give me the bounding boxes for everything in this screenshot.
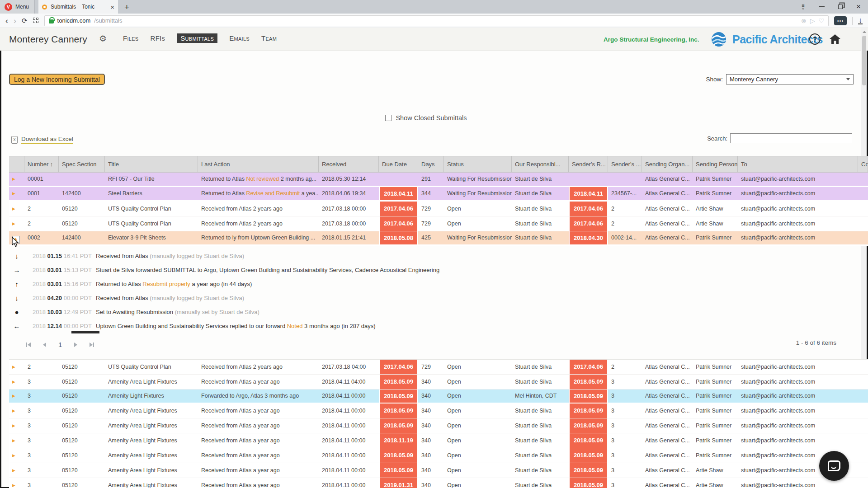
expand-icon[interactable]: ▶ xyxy=(12,187,15,200)
expand-icon[interactable]: ▶ xyxy=(12,478,15,488)
expand-cell[interactable]: ▶ xyxy=(9,375,24,389)
column-header-received[interactable]: Received xyxy=(319,156,379,172)
expand-cell[interactable]: ▶ xyxy=(9,433,24,448)
expand-icon[interactable]: ▶ xyxy=(12,463,15,478)
expand-cell[interactable]: ▶ xyxy=(9,216,24,231)
current-page[interactable]: 1 xyxy=(58,341,62,348)
tab-team[interactable]: Team xyxy=(261,34,277,43)
minimize-button[interactable] xyxy=(819,6,825,7)
close-window-button[interactable]: × xyxy=(856,2,861,11)
column-header-sender-s-r[interactable]: Sender's R... xyxy=(569,156,608,172)
first-page-button[interactable] xyxy=(26,343,31,347)
chevron-down-icon xyxy=(846,78,850,80)
tab-menu-icon[interactable]: ≡⌄ xyxy=(801,5,805,9)
extension-badge[interactable]: ••• xyxy=(834,16,847,25)
expand-cell[interactable]: ▶ xyxy=(9,404,24,418)
column-header-title[interactable]: Title xyxy=(105,156,198,172)
column-header-expand[interactable] xyxy=(9,156,24,172)
column-header-number[interactable]: Number ↑ xyxy=(24,156,59,172)
column-header-sending-person[interactable]: Sending Person xyxy=(693,156,738,172)
last-page-button[interactable] xyxy=(90,343,94,347)
table-row[interactable]: ▶0001142400Steel BarriersReturned to Atl… xyxy=(9,187,868,202)
expand-icon[interactable]: ▶ xyxy=(12,433,15,448)
reload-button[interactable]: ⟳ xyxy=(22,17,28,25)
tab-submittals[interactable]: Submittals – Tonic × xyxy=(38,0,118,14)
table-row[interactable]: ▶00001RFI 057 - Our TitleReturned to Atl… xyxy=(9,173,868,187)
shield-dismiss-icon[interactable]: ⊗ xyxy=(801,18,807,24)
table-row[interactable]: ▶305120Amenity Area Light FixturesReceiv… xyxy=(9,448,868,463)
expand-cell[interactable]: ▶ xyxy=(9,360,24,374)
column-header-status[interactable]: Status xyxy=(444,156,512,172)
table-row[interactable]: ▶305120Amenity Area Light FixturesReceiv… xyxy=(9,404,868,418)
chat-widget-button[interactable] xyxy=(819,451,849,481)
download-excel-link[interactable]: Download as Excel xyxy=(21,136,73,144)
browser-menu-button[interactable]: V Menu xyxy=(0,0,35,14)
bookmark-heart-icon[interactable]: ♡ xyxy=(818,18,824,24)
tab-close-icon[interactable]: × xyxy=(110,4,114,10)
scrollbar-thumb[interactable] xyxy=(862,36,866,85)
table-row[interactable]: ▶305120Amenity Area Light FixturesReceiv… xyxy=(9,463,868,478)
tab-rfis[interactable]: RFIs xyxy=(151,34,165,43)
table-row[interactable]: ▶205120UTS Quality Control PlanReceived … xyxy=(9,360,868,375)
column-header-last-action[interactable]: Last Action xyxy=(198,156,319,172)
expand-icon[interactable]: ▶ xyxy=(12,375,15,389)
expand-cell[interactable]: ▶ xyxy=(9,448,24,463)
settings-gear-icon[interactable]: ⚙ xyxy=(99,33,107,44)
send-icon[interactable]: ▷ xyxy=(810,18,815,24)
expand-cell[interactable]: ▶ xyxy=(9,389,24,403)
tab-files[interactable]: Files xyxy=(123,34,139,43)
url-field[interactable]: tonicdm.com /submittals ⊗ ▷ ♡ xyxy=(44,15,829,26)
expand-icon[interactable]: ▶ xyxy=(12,360,15,374)
back-button[interactable]: ‹ xyxy=(5,17,8,25)
help-button[interactable]: ? xyxy=(809,33,821,45)
column-header-our-responsibl[interactable]: Our Responsibl... xyxy=(512,156,569,172)
expand-cell[interactable]: ▶ xyxy=(9,478,24,488)
downloads-icon[interactable]: ↓ xyxy=(858,17,863,24)
table-row[interactable]: ▶0002142400Elevator 3-9 Pit SheetsReturn… xyxy=(9,231,868,246)
table-row[interactable]: ▶205120UTS Quality Control PlanReceived … xyxy=(9,202,868,216)
scroll-up-icon[interactable] xyxy=(863,31,866,33)
table-row[interactable]: ▶305120Amenity Area Light FixturesReceiv… xyxy=(9,418,868,433)
expand-icon[interactable]: ▶ xyxy=(12,404,15,418)
expand-cell[interactable]: ▶ xyxy=(9,418,24,433)
search-input[interactable] xyxy=(730,133,852,143)
column-header-spec-section[interactable]: Spec Section xyxy=(59,156,105,172)
column-header-days[interactable]: Days xyxy=(418,156,444,172)
expand-icon[interactable]: ▶ xyxy=(12,216,15,231)
column-header-due-date[interactable]: Due Date xyxy=(379,156,418,172)
column-header-to[interactable]: To xyxy=(738,156,858,172)
expand-icon[interactable]: ▶ xyxy=(12,173,15,186)
expand-cell[interactable]: ▶ xyxy=(9,202,24,216)
expand-icon[interactable]: ▶ xyxy=(12,418,15,433)
column-header-sending-organ[interactable]: Sending Organ... xyxy=(642,156,693,172)
forward-button[interactable]: › xyxy=(14,17,16,25)
prev-page-button[interactable] xyxy=(43,343,46,347)
home-icon[interactable] xyxy=(829,33,841,45)
expand-icon[interactable]: ▶ xyxy=(12,389,15,403)
expand-icon[interactable]: ▶ xyxy=(12,202,15,216)
tab-submittals[interactable]: Submittals xyxy=(177,33,217,43)
project-select[interactable]: Monterey Cannery xyxy=(726,74,854,84)
table-row[interactable]: ▶305120Amenity Light FixturesForwarded t… xyxy=(9,389,868,404)
expand-cell[interactable]: ▶ xyxy=(9,187,24,200)
table-row[interactable]: ▶205120UTS Quality Control PlanReceived … xyxy=(9,216,868,231)
column-header-sender-s[interactable]: Sender's ... xyxy=(608,156,642,172)
tab-emails[interactable]: Emails xyxy=(229,34,250,43)
expand-cell[interactable]: ▶ xyxy=(9,463,24,478)
table-row[interactable]: ▶305120Amenity Area Light FixturesReceiv… xyxy=(9,375,868,389)
expand-cell[interactable]: ▶ xyxy=(9,173,24,186)
show-closed-checkbox[interactable] xyxy=(385,115,392,121)
maximize-button[interactable] xyxy=(838,5,843,9)
sender-returned-cell-badge: 2017.04.06 xyxy=(569,202,608,216)
table-row[interactable]: ▶305120Amenity Area Light FixturesReceiv… xyxy=(9,433,868,448)
next-page-button[interactable] xyxy=(74,343,77,347)
history-text: Uptown Green Building and Sustainability… xyxy=(96,323,376,329)
speed-dial-icon[interactable] xyxy=(33,18,39,23)
table-row[interactable]: ▶305120Amenity Area Light FixturesReceiv… xyxy=(9,478,868,488)
new-tab-button[interactable]: + xyxy=(124,3,129,11)
expand-icon[interactable]: ▶ xyxy=(12,448,15,463)
log-new-submittal-button[interactable]: Log a New Incoming Submittal xyxy=(9,74,105,85)
column-header-cc[interactable]: Cc xyxy=(858,156,868,172)
history-date: 2018 10.03 12:49 PDT xyxy=(24,309,96,315)
browser-window: V Menu Submittals – Tonic × + ≡⌄ × ‹ › ⟳… xyxy=(0,0,868,488)
